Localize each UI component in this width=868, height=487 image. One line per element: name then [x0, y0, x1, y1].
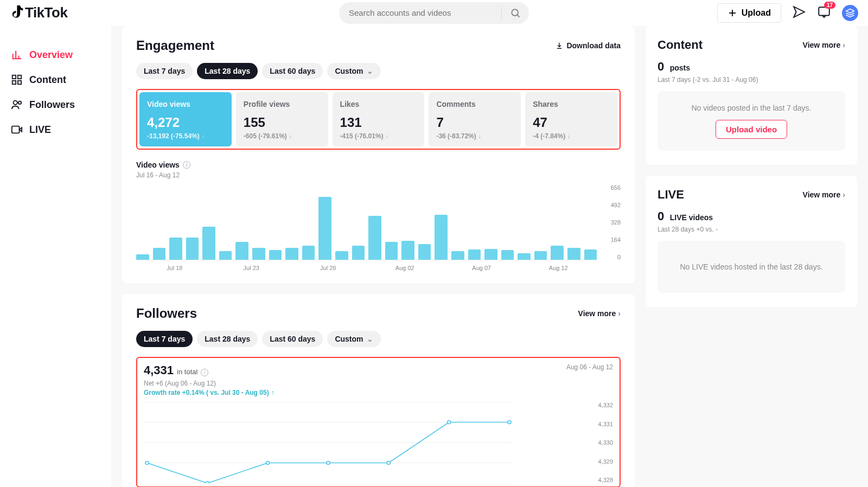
- svg-rect-6: [18, 75, 21, 79]
- arrow-down-icon: ↓: [478, 133, 481, 139]
- followers-range-pills: Last 7 daysLast 28 daysLast 60 daysCusto…: [136, 331, 621, 347]
- followers-range-text: Aug 06 - Aug 12: [566, 363, 613, 371]
- metric-tile[interactable]: Comments 7 -36 (-83.72%) ↓: [429, 92, 521, 146]
- download-label: Download data: [566, 41, 621, 50]
- content-empty-state: No videos posted in the last 7 days. Upl…: [658, 91, 845, 151]
- chart-bar[interactable]: [219, 251, 232, 260]
- chart-bar[interactable]: [352, 246, 365, 260]
- content-count: 0: [658, 60, 664, 74]
- engagement-metrics-row: Video views 4,272 -13,192 (-75.54%) ↓Pro…: [136, 89, 621, 150]
- chart-bar[interactable]: [385, 242, 398, 260]
- upload-label: Upload: [742, 8, 771, 18]
- chart-bar[interactable]: [302, 246, 315, 260]
- range-pill[interactable]: Last 60 days: [262, 331, 323, 347]
- messages-button[interactable]: [792, 5, 806, 21]
- sidebar-item-overview[interactable]: Overview: [10, 42, 107, 67]
- search-button[interactable]: [502, 8, 529, 18]
- live-count-label: LIVE videos: [670, 213, 713, 222]
- chart-bar[interactable]: [285, 248, 298, 260]
- metric-label: Shares: [533, 100, 610, 108]
- svg-rect-5: [12, 75, 16, 79]
- svg-point-0: [512, 9, 518, 16]
- chart-bar[interactable]: [252, 248, 265, 260]
- chart-bar[interactable]: [584, 249, 597, 260]
- chart-bar[interactable]: [318, 197, 331, 260]
- send-icon: [792, 5, 806, 19]
- metric-tile[interactable]: Shares 47 -4 (-7.84%) ↓: [525, 92, 617, 146]
- upload-button[interactable]: Upload: [717, 3, 781, 23]
- chart-title-row: Video views i: [136, 161, 621, 169]
- chart-bar[interactable]: [418, 244, 431, 260]
- sidebar-item-content[interactable]: Content: [10, 67, 107, 92]
- sidebar-item-followers[interactable]: Followers: [10, 92, 107, 117]
- followers-growth-text: Growth rate +0.14% ( vs. Jul 30 - Aug 05…: [144, 389, 275, 396]
- chart-bar[interactable]: [153, 248, 166, 260]
- range-pill[interactable]: Last 28 days: [197, 331, 258, 347]
- svg-point-17: [145, 462, 149, 465]
- brand-logo[interactable]: TikTok: [10, 4, 67, 21]
- chart-bar[interactable]: [335, 251, 348, 260]
- chart-bar[interactable]: [235, 242, 248, 260]
- app-header: TikTok Upload 17: [0, 0, 868, 26]
- live-view-more[interactable]: View more ›: [803, 190, 845, 199]
- chart-bar[interactable]: [501, 250, 514, 260]
- range-pill[interactable]: Custom⌄: [327, 331, 380, 347]
- chart-bar[interactable]: [269, 250, 282, 260]
- download-data-button[interactable]: Download data: [556, 41, 621, 50]
- engagement-card: Engagement Download data Last 7 daysLast…: [122, 26, 635, 283]
- buffer-icon: [845, 8, 855, 18]
- info-icon[interactable]: i: [183, 161, 190, 169]
- chart-bar[interactable]: [468, 249, 481, 260]
- tiktok-icon: [10, 5, 24, 21]
- svg-point-21: [387, 462, 390, 465]
- profile-avatar[interactable]: [842, 5, 858, 21]
- metric-change: -605 (-79.61%) ↓: [244, 132, 321, 140]
- chart-bar[interactable]: [551, 246, 564, 260]
- info-icon[interactable]: i: [201, 369, 208, 376]
- chart-bar[interactable]: [484, 249, 497, 260]
- range-pill[interactable]: Last 28 days: [197, 63, 258, 79]
- sidebar-item-live[interactable]: LIVE: [10, 117, 107, 142]
- live-card-title: LIVE: [658, 188, 684, 202]
- range-pill[interactable]: Last 7 days: [136, 63, 193, 79]
- chart-bar[interactable]: [401, 241, 414, 260]
- live-summary-card: LIVE View more › 0 LIVE videos Last 28 d…: [646, 176, 857, 307]
- range-pill[interactable]: Custom⌄: [327, 63, 380, 79]
- svg-rect-7: [12, 81, 16, 84]
- search-bar[interactable]: [339, 2, 529, 24]
- live-subtext: Last 28 days +0 vs. -: [658, 226, 845, 233]
- chart-bar[interactable]: [186, 238, 199, 260]
- sidebar-item-label: Followers: [29, 99, 75, 111]
- metric-value: 4,272: [147, 115, 224, 130]
- live-empty-state: No LIVE videos hosted in the last 28 day…: [658, 241, 845, 293]
- range-pill[interactable]: Last 7 days: [136, 331, 193, 347]
- chart-bar[interactable]: [534, 251, 547, 260]
- followers-title: Followers: [136, 306, 197, 321]
- svg-point-22: [448, 421, 451, 424]
- page-body: Overview Content Followers LIVE Engageme…: [0, 26, 868, 487]
- chart-bar[interactable]: [368, 216, 381, 260]
- chart-bar[interactable]: [136, 254, 149, 260]
- metric-tile[interactable]: Profile views 155 -605 (-79.61%) ↓: [236, 92, 328, 146]
- metric-tile[interactable]: Video views 4,272 -13,192 (-75.54%) ↓: [139, 92, 232, 146]
- chart-bar[interactable]: [435, 215, 448, 260]
- svg-point-23: [508, 421, 511, 424]
- content-card-title: Content: [658, 38, 703, 52]
- followers-view-more[interactable]: View more ›: [578, 309, 621, 318]
- content-empty-text: No videos posted in the last 7 days.: [691, 104, 811, 112]
- metric-label: Profile views: [244, 100, 321, 108]
- live-empty-text: No LIVE videos hosted in the last 28 day…: [680, 262, 822, 271]
- chart-bar[interactable]: [169, 238, 182, 260]
- metric-tile[interactable]: Likes 131 -415 (-76.01%) ↓: [333, 92, 425, 146]
- content-view-more[interactable]: View more ›: [803, 41, 845, 49]
- upload-video-button[interactable]: Upload video: [716, 120, 787, 139]
- chart-subtitle: Jul 16 - Aug 12: [136, 171, 621, 179]
- inbox-button[interactable]: 17: [817, 5, 831, 21]
- range-pill[interactable]: Last 60 days: [262, 63, 323, 79]
- sidebar-item-label: Overview: [29, 49, 73, 61]
- chart-bar[interactable]: [567, 248, 580, 260]
- chart-bar[interactable]: [202, 227, 215, 260]
- search-input[interactable]: [349, 8, 501, 17]
- chart-bar[interactable]: [451, 251, 464, 260]
- chart-bar[interactable]: [518, 253, 531, 260]
